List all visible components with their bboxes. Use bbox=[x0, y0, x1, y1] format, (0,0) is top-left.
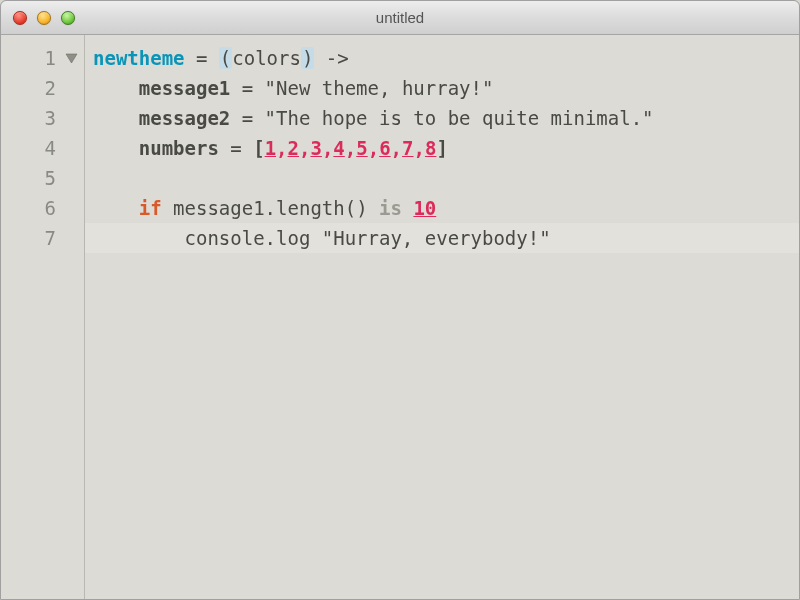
tok-identifier: message2 bbox=[139, 107, 231, 129]
line-number: 4 bbox=[45, 137, 56, 159]
code-line[interactable] bbox=[85, 163, 799, 193]
gutter: 1 2 3 4 5 6 7 bbox=[1, 35, 85, 600]
tok-paren: ) bbox=[301, 47, 314, 69]
tok-identifier: message1 bbox=[139, 77, 231, 99]
indent bbox=[93, 77, 139, 99]
tok-number: 3 bbox=[310, 137, 321, 159]
indent bbox=[93, 137, 139, 159]
tok-operator: = bbox=[219, 137, 253, 159]
space bbox=[402, 197, 413, 219]
gutter-line[interactable]: 3 bbox=[1, 103, 84, 133]
indent bbox=[93, 107, 139, 129]
fold-arrow-icon[interactable] bbox=[64, 51, 79, 66]
tok-comma: , bbox=[299, 137, 310, 159]
tok-string: "The hope is to be quite minimal." bbox=[265, 107, 654, 129]
tok-string: "Hurray, everybody!" bbox=[322, 227, 551, 249]
indent bbox=[93, 197, 139, 219]
tok-operator: = bbox=[230, 107, 264, 129]
tok-keyword-if: if bbox=[139, 197, 162, 219]
tok-number: 1 bbox=[265, 137, 276, 159]
tok-function-name: newtheme bbox=[93, 47, 185, 69]
code-line[interactable]: if message1.length() is 10 bbox=[85, 193, 799, 223]
tok-paren: ( bbox=[219, 47, 232, 69]
tok-comma: , bbox=[391, 137, 402, 159]
window-title: untitled bbox=[1, 9, 799, 26]
code-line[interactable]: newtheme = (colors) -> bbox=[85, 43, 799, 73]
tok-identifier: numbers bbox=[139, 137, 219, 159]
line-number: 1 bbox=[45, 47, 56, 69]
gutter-line[interactable]: 6 bbox=[1, 193, 84, 223]
code-line-current[interactable]: console.log "Hurray, everybody!" bbox=[85, 223, 799, 253]
tok-number: 10 bbox=[413, 197, 436, 219]
line-number: 3 bbox=[45, 107, 56, 129]
tok-number: 6 bbox=[379, 137, 390, 159]
tok-comma: , bbox=[345, 137, 356, 159]
tok-keyword-is: is bbox=[379, 197, 402, 219]
space bbox=[368, 197, 379, 219]
tok-operator: = bbox=[230, 77, 264, 99]
line-number: 5 bbox=[45, 167, 56, 189]
tok-param: colors bbox=[232, 47, 301, 69]
tok-number: 7 bbox=[402, 137, 413, 159]
code-line[interactable]: message2 = "The hope is to be quite mini… bbox=[85, 103, 799, 133]
svg-marker-0 bbox=[66, 54, 77, 63]
tok-number: 4 bbox=[333, 137, 344, 159]
gutter-line[interactable]: 2 bbox=[1, 73, 84, 103]
line-number: 7 bbox=[45, 227, 56, 249]
tok-string: "New theme, hurray!" bbox=[265, 77, 494, 99]
editor: 1 2 3 4 5 6 7 newtheme = (colors) -> mes… bbox=[1, 35, 799, 600]
code-line[interactable]: message1 = "New theme, hurray!" bbox=[85, 73, 799, 103]
indent bbox=[93, 227, 185, 249]
line-number: 2 bbox=[45, 77, 56, 99]
minimize-icon[interactable] bbox=[37, 11, 51, 25]
tok-expression: console.log bbox=[185, 227, 322, 249]
gutter-line[interactable]: 5 bbox=[1, 163, 84, 193]
tok-number: 5 bbox=[356, 137, 367, 159]
zoom-icon[interactable] bbox=[61, 11, 75, 25]
gutter-line[interactable]: 4 bbox=[1, 133, 84, 163]
tok-comma: , bbox=[322, 137, 333, 159]
close-icon[interactable] bbox=[13, 11, 27, 25]
code-line[interactable]: numbers = [1,2,3,4,5,6,7,8] bbox=[85, 133, 799, 163]
tok-comma: , bbox=[368, 137, 379, 159]
tok-bracket: [ bbox=[253, 137, 264, 159]
tok-arrow: -> bbox=[314, 47, 348, 69]
line-number: 6 bbox=[45, 197, 56, 219]
traffic-lights bbox=[13, 11, 75, 25]
tok-bracket: ] bbox=[436, 137, 447, 159]
space bbox=[162, 197, 173, 219]
tok-number: 2 bbox=[288, 137, 299, 159]
tok-comma: , bbox=[276, 137, 287, 159]
tok-comma: , bbox=[414, 137, 425, 159]
gutter-line[interactable]: 1 bbox=[1, 43, 84, 73]
titlebar: untitled bbox=[1, 1, 799, 35]
tok-operator: = bbox=[185, 47, 219, 69]
code-area[interactable]: newtheme = (colors) -> message1 = "New t… bbox=[85, 35, 799, 600]
tok-expression: message1.length() bbox=[173, 197, 367, 219]
gutter-line[interactable]: 7 bbox=[1, 223, 84, 253]
tok-number: 8 bbox=[425, 137, 436, 159]
